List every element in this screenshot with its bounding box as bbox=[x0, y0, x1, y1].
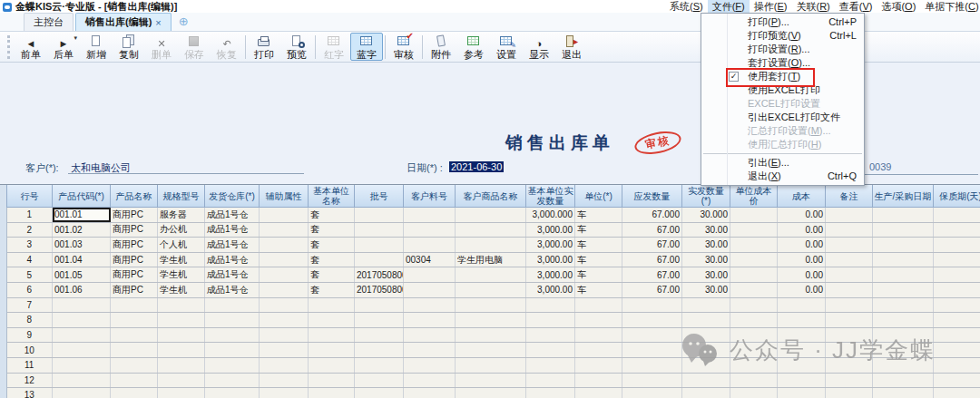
table-cell[interactable] bbox=[158, 373, 205, 388]
table-cell[interactable] bbox=[934, 373, 980, 388]
table-cell[interactable]: 0.00 bbox=[778, 208, 826, 223]
table-cell[interactable] bbox=[826, 313, 873, 328]
table-cell[interactable] bbox=[622, 343, 682, 358]
table-cell[interactable] bbox=[355, 252, 404, 267]
row-number-cell[interactable]: 11 bbox=[7, 357, 53, 373]
table-cell[interactable] bbox=[158, 297, 205, 313]
table-cell[interactable] bbox=[260, 208, 309, 223]
column-header[interactable]: 保质期(天) bbox=[934, 185, 980, 208]
table-cell[interactable] bbox=[158, 388, 205, 398]
table-cell[interactable] bbox=[158, 313, 205, 328]
table-cell[interactable] bbox=[355, 388, 404, 398]
table-cell[interactable] bbox=[404, 238, 456, 253]
table-cell[interactable] bbox=[873, 267, 934, 283]
table-cell[interactable] bbox=[934, 313, 980, 328]
table-cell[interactable] bbox=[526, 313, 575, 328]
table-cell[interactable] bbox=[730, 313, 778, 328]
table-cell[interactable] bbox=[111, 373, 158, 388]
table-cell[interactable]: 办公机 bbox=[158, 222, 205, 238]
table-cell[interactable] bbox=[158, 357, 205, 373]
table-cell[interactable]: 30.00 bbox=[682, 222, 730, 238]
table-cell[interactable]: 商用PC bbox=[111, 282, 158, 297]
table-cell[interactable] bbox=[730, 388, 778, 398]
table-cell[interactable] bbox=[456, 343, 526, 358]
save-bill-button[interactable]: 保存 bbox=[178, 33, 211, 61]
table-cell[interactable] bbox=[456, 327, 526, 343]
table-cell[interactable] bbox=[205, 297, 260, 313]
tab-sales-outbound-edit[interactable]: 销售出库(编辑)× bbox=[75, 13, 172, 31]
table-cell[interactable]: 车 bbox=[575, 252, 622, 267]
table-cell[interactable] bbox=[260, 357, 309, 373]
table-cell[interactable]: 3,000.000 bbox=[526, 208, 575, 223]
table-cell[interactable] bbox=[53, 327, 111, 343]
table-cell[interactable]: 0 bbox=[934, 222, 980, 238]
table-cell[interactable] bbox=[682, 313, 730, 328]
table-cell[interactable] bbox=[53, 357, 111, 373]
table-cell[interactable] bbox=[260, 252, 309, 267]
table-cell[interactable] bbox=[456, 238, 526, 253]
table-cell[interactable]: 车 bbox=[575, 267, 622, 283]
column-header[interactable]: 行号 bbox=[7, 185, 53, 208]
new-tab-icon[interactable]: ⊕ bbox=[179, 15, 189, 28]
table-cell[interactable]: 67.00 bbox=[622, 222, 682, 238]
table-cell[interactable] bbox=[826, 208, 873, 223]
table-cell[interactable] bbox=[934, 297, 980, 313]
table-cell[interactable]: 车 bbox=[575, 222, 622, 238]
table-cell[interactable] bbox=[404, 282, 456, 297]
table-cell[interactable] bbox=[622, 313, 682, 328]
table-cell[interactable] bbox=[826, 297, 873, 313]
table-cell[interactable]: 30.00 bbox=[682, 267, 730, 283]
table-cell[interactable] bbox=[778, 313, 826, 328]
table-cell[interactable]: 001.04 bbox=[53, 252, 111, 267]
table-cell[interactable] bbox=[260, 327, 309, 343]
red-entry-button[interactable]: 红字 bbox=[318, 33, 350, 61]
table-cell[interactable] bbox=[526, 297, 575, 313]
menubar-item-system[interactable]: 系统(S) bbox=[665, 0, 708, 14]
table-cell[interactable] bbox=[456, 357, 526, 373]
table-cell[interactable] bbox=[309, 343, 355, 358]
column-header[interactable]: 客户商品名称 bbox=[456, 185, 526, 208]
table-cell[interactable] bbox=[622, 373, 682, 388]
row-number-cell[interactable]: 7 bbox=[7, 297, 53, 313]
table-cell[interactable] bbox=[205, 388, 260, 398]
blue-entry-button[interactable]: 蓝字 bbox=[350, 33, 383, 61]
dropdown-arrow-icon[interactable]: ▾ bbox=[74, 34, 77, 42]
row-number-cell[interactable]: 13 bbox=[7, 388, 53, 398]
table-cell[interactable] bbox=[526, 343, 575, 358]
table-cell[interactable] bbox=[682, 388, 730, 398]
table-cell[interactable] bbox=[404, 222, 456, 238]
table-cell[interactable] bbox=[826, 388, 873, 398]
table-cell[interactable] bbox=[730, 297, 778, 313]
table-cell[interactable] bbox=[456, 297, 526, 313]
table-cell[interactable] bbox=[873, 313, 934, 328]
table-cell[interactable] bbox=[934, 327, 980, 343]
table-cell[interactable] bbox=[404, 388, 456, 398]
table-cell[interactable] bbox=[456, 373, 526, 388]
table-cell[interactable] bbox=[456, 313, 526, 328]
table-cell[interactable] bbox=[575, 373, 622, 388]
table-cell[interactable] bbox=[826, 373, 873, 388]
table-cell[interactable] bbox=[111, 313, 158, 328]
table-cell[interactable] bbox=[873, 373, 934, 388]
table-cell[interactable]: 3,000.00 bbox=[526, 222, 575, 238]
row-number-cell[interactable]: 10 bbox=[7, 343, 53, 358]
table-cell[interactable] bbox=[53, 373, 111, 388]
table-cell[interactable]: 20170508000 bbox=[355, 282, 404, 297]
row-number-cell[interactable]: 4 bbox=[7, 252, 53, 267]
column-header[interactable]: 产品名称 bbox=[111, 185, 158, 208]
table-cell[interactable] bbox=[404, 327, 456, 343]
table-cell[interactable]: 成品1号仓 bbox=[205, 222, 260, 238]
row-number-cell[interactable]: 2 bbox=[7, 222, 53, 238]
table-cell[interactable]: 30.00 bbox=[682, 238, 730, 253]
table-cell[interactable] bbox=[111, 343, 158, 358]
menubar-item-bill-push-down[interactable]: 单据下推(C) bbox=[920, 0, 980, 14]
table-cell[interactable] bbox=[111, 327, 158, 343]
table-cell[interactable] bbox=[682, 373, 730, 388]
table-cell[interactable] bbox=[355, 327, 404, 343]
print-preview-menu-item[interactable]: 打印预览(V)Ctrl+L bbox=[701, 29, 864, 43]
table-cell[interactable]: 67.00 bbox=[622, 252, 682, 267]
table-cell[interactable] bbox=[730, 222, 778, 238]
table-cell[interactable] bbox=[260, 222, 309, 238]
table-cell[interactable] bbox=[778, 297, 826, 313]
table-cell[interactable]: 20170508000 bbox=[355, 267, 404, 283]
